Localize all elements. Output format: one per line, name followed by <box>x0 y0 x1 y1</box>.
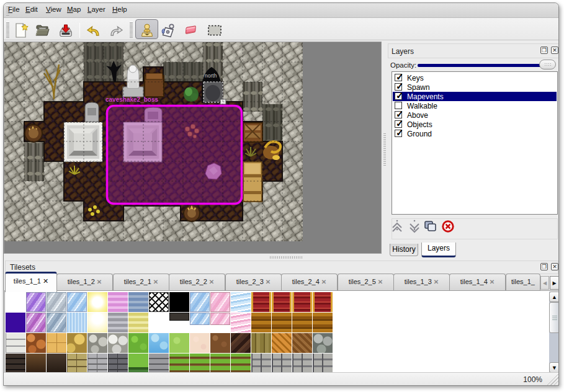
svg-text:caveshake2_boss: caveshake2_boss <box>105 96 159 103</box>
svg-text:north: north <box>205 73 217 79</box>
